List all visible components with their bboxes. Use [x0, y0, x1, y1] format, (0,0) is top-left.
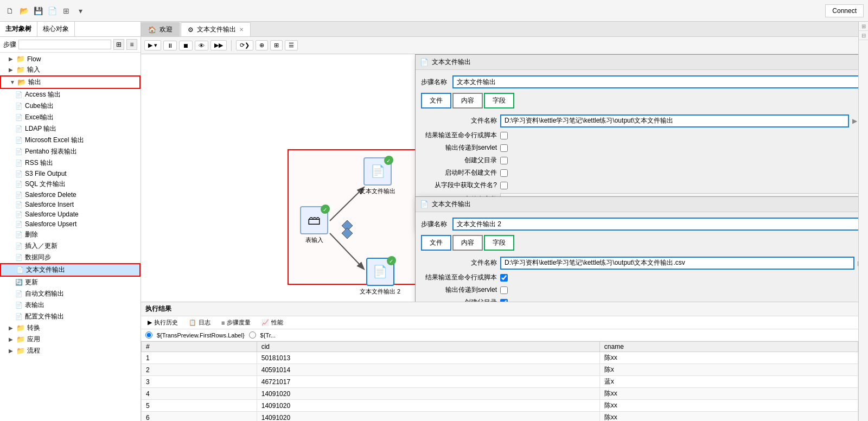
dropdown-icon[interactable]: ▾	[75, 5, 86, 16]
dialog-1-tab-field[interactable]: 字段	[484, 93, 514, 109]
sf-delete-icon: 📄	[15, 192, 23, 199]
toolbar-btn-c[interactable]: ⊞	[270, 40, 283, 50]
flow-label: Flow	[27, 55, 41, 63]
table-cell-num: 3	[142, 376, 257, 388]
tab-close-icon[interactable]: ✕	[239, 27, 244, 33]
dialog-1-tab-content[interactable]: 内容	[452, 93, 483, 109]
results-tab-log[interactable]: 📋 日志	[184, 317, 215, 328]
sidebar-item-text-file-output[interactable]: 📄 文本文件输出	[0, 263, 141, 277]
dialog-2-opt-1-cb[interactable]	[500, 274, 508, 282]
sidebar-item-flow2[interactable]: ▶ 📁 流程	[0, 345, 141, 356]
apply-arrow: ▶	[9, 336, 14, 342]
sidebar-item-flow[interactable]: ▶ 📁 Flow	[0, 54, 141, 64]
tab-welcome[interactable]: 🏠 欢迎	[141, 22, 180, 36]
sidebar-item-transform[interactable]: ▶ 📁 转换	[0, 322, 141, 334]
right-panel-collapse-btn[interactable]: ⊟	[859, 31, 868, 40]
dialog-1-opt-4-label: 启动时不创建文件	[421, 168, 497, 177]
dialog-1-opt-4-cb[interactable]	[500, 169, 508, 177]
connect-button[interactable]: Connect	[825, 4, 864, 17]
sidebar-item-delete[interactable]: 📄 删除	[0, 229, 141, 240]
sidebar-item-ldap-output[interactable]: 📄 LDAP 输出	[0, 123, 141, 135]
toolbar-btn-a[interactable]: ⟳❯	[236, 40, 253, 50]
sidebar-tab-core-obj[interactable]: 核心对象	[37, 22, 75, 36]
preview-btn[interactable]: 👁	[195, 41, 208, 50]
sf-upsert-label: Salesforce Upsert	[25, 220, 76, 228]
table-output-icon: 📄	[15, 302, 23, 309]
sidebar-item-sync[interactable]: 📄 数据同步	[0, 252, 141, 263]
dialog-2-tab-content[interactable]: 内容	[452, 235, 483, 251]
results-tab-steps[interactable]: ≡ 步骤度量	[217, 317, 255, 328]
search-btn-2[interactable]: ≡	[126, 39, 137, 50]
sidebar-item-config-file-output[interactable]: 📄 配置文件输出	[0, 311, 141, 322]
sidebar-item-sf-upsert[interactable]: 📄 Salesforce Upsert	[0, 219, 141, 229]
dialog-1-step-name-input[interactable]	[452, 75, 858, 88]
save-icon[interactable]: 💾	[33, 5, 43, 16]
results-tab-history[interactable]: ▶ 执行历史	[143, 317, 182, 328]
rss-output-label: RSS 输出	[25, 158, 53, 168]
dialog-1-step-name-label: 步骤名称	[421, 78, 448, 87]
dialog-1-filename-input[interactable]	[500, 114, 849, 127]
save-as-icon[interactable]: 📄	[47, 5, 58, 16]
pause-btn[interactable]: ⏸	[163, 41, 177, 50]
sidebar-item-sql-output[interactable]: 📄 SQL 文件输出	[0, 178, 141, 190]
sidebar-item-excel-output[interactable]: 📄 Excel输出	[0, 112, 141, 123]
dialog-2-browse-arrow-icon: ▶	[858, 259, 858, 267]
toolbar-btn-b[interactable]: ⊕	[256, 40, 268, 50]
dialog-2-tab-file[interactable]: 文件	[421, 235, 451, 251]
open-icon[interactable]: 📂	[18, 5, 29, 16]
new-icon[interactable]: 🗋	[4, 5, 15, 16]
results-panel-tabs: ▶ 执行历史 📋 日志 ≡ 步骤度量 📈 性能	[141, 316, 858, 329]
sidebar-item-output[interactable]: ▼ 📂 输出	[0, 75, 141, 89]
results-radio-second[interactable]	[249, 331, 256, 339]
dialog-1-opt-5-cb[interactable]	[500, 182, 508, 189]
transform-arrow: ▶	[9, 325, 14, 331]
results-perf-label: 性能	[271, 318, 283, 327]
dialog-1-title-icon: 📄	[420, 58, 429, 66]
sidebar-item-input[interactable]: ▶ 📁 输入	[0, 64, 141, 75]
sidebar-item-sf-delete[interactable]: 📄 Salesforce Delete	[0, 190, 141, 200]
sidebar-item-auto-doc-output[interactable]: 📄 自动文档输出	[0, 288, 141, 299]
run-btn[interactable]: ▶ ▾	[144, 40, 161, 50]
dialog-1-opt-3-cb[interactable]	[500, 157, 508, 164]
search-input[interactable]	[18, 40, 111, 49]
sidebar-item-msexcel-output[interactable]: 📄 Microsoft Excel 输出	[0, 135, 141, 146]
node-text-output-1[interactable]: 📄 ✓ 文本文件输出	[360, 157, 395, 195]
dialog-2-step-name-label: 步骤名称	[421, 220, 448, 229]
dialog-2-tab-field[interactable]: 字段	[484, 235, 514, 251]
dialog-2-opt-2-cb[interactable]	[500, 286, 508, 294]
sidebar-item-s3-output[interactable]: 📄 S3 File Output	[0, 169, 141, 178]
results-radio-first-rows[interactable]	[145, 331, 152, 339]
stop-btn[interactable]: ⏹	[179, 41, 193, 50]
dialog-2-title-text: 文本文件输出	[432, 200, 858, 209]
search-btn-1[interactable]: ⊞	[113, 39, 124, 50]
sidebar-item-pentaho-output[interactable]: 📄 Pentaho 报表输出	[0, 146, 141, 157]
sidebar-item-rss-output[interactable]: 📄 RSS 输出	[0, 157, 141, 169]
right-panel-expand-btn[interactable]: ⊞	[859, 22, 868, 31]
table-cell-cname: 陈x	[599, 364, 858, 376]
tab-text-output[interactable]: ⚙ 文本文件输出 ✕	[181, 22, 251, 36]
layers-icon[interactable]: ⊞	[61, 5, 72, 16]
sidebar-item-apply[interactable]: ▶ 📁 应用	[0, 334, 141, 345]
dialog-1-opt-2-cb[interactable]	[500, 144, 508, 152]
toolbar-btn-d[interactable]: ☰	[285, 40, 298, 50]
sidebar-item-insert-update[interactable]: 📄 插入／更新	[0, 240, 141, 252]
dialog-1-tab-file[interactable]: 文件	[421, 93, 451, 109]
sidebar-item-access-output[interactable]: 📄 Access 输出	[0, 89, 141, 100]
sidebar-item-table-output[interactable]: 📄 表输出	[0, 299, 141, 311]
results-tab-perf[interactable]: 📈 性能	[257, 317, 288, 328]
node-text-output-2[interactable]: 📄 ✓ 文本文件输出 2	[360, 258, 400, 296]
sidebar-item-cube-output[interactable]: 📄 Cube输出	[0, 100, 141, 112]
node-table-input[interactable]: 🗃 ✓ 表输入	[300, 206, 328, 244]
step-run-btn[interactable]: ▶▶	[210, 40, 227, 50]
dialog-2-opt-3-row: 创建父目录	[421, 298, 858, 302]
sidebar-tab-main-tree[interactable]: 主对象树	[0, 22, 37, 36]
dialog-2-opt-3-cb[interactable]	[500, 299, 508, 302]
tab-transform-icon: ⚙	[188, 26, 194, 34]
sidebar-item-sf-insert[interactable]: 📄 Salesforce Insert	[0, 200, 141, 209]
dialog-1-opt-1-cb[interactable]	[500, 132, 508, 139]
right-panel: ⊞ ⊟	[858, 22, 868, 421]
dialog-2-step-name-input[interactable]	[452, 218, 858, 231]
sidebar-item-update[interactable]: 🔄 更新	[0, 277, 141, 288]
sidebar-item-sf-update[interactable]: 📄 Salesforce Update	[0, 209, 141, 219]
dialog-2-filename-input[interactable]	[500, 257, 854, 270]
